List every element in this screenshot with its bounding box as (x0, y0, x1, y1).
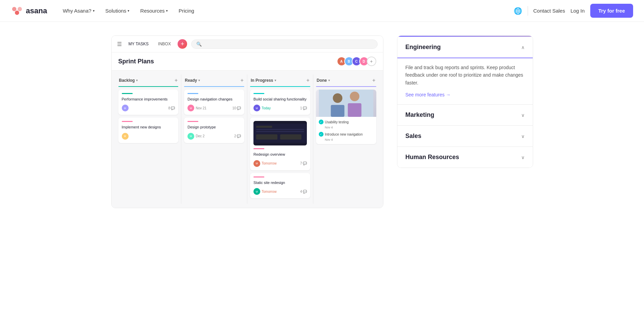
card-comment: 7 💬 (300, 161, 307, 165)
card-date: Today (262, 106, 271, 110)
kanban-col-backlog: Backlog ▾ + Performance improvements U 8 (116, 75, 182, 204)
col-add-ready[interactable]: + (241, 77, 244, 83)
done-title: Usability testing (325, 120, 349, 124)
navbar: asana Why Asana? ▾ Solutions ▾ Resources… (0, 0, 644, 22)
kanban-col-inprogress: In Progress ▾ + Build social sharing fun… (247, 75, 313, 204)
kanban-board: Backlog ▾ + Performance improvements U 8 (112, 71, 383, 208)
logo[interactable]: asana (11, 5, 47, 17)
card-comment: 2 💬 (234, 134, 241, 138)
nav-links: Why Asana? ▾ Solutions ▾ Resources ▾ Pri… (58, 5, 513, 16)
done-date: Nov 4 (325, 138, 374, 141)
accordion-header-hr[interactable]: Human Resources ∨ (397, 147, 533, 168)
col-header-backlog: Backlog ▾ + (118, 77, 179, 83)
col-add-done[interactable]: + (372, 77, 375, 83)
people-image (316, 90, 376, 117)
chevron-down-icon: ▾ (136, 79, 138, 82)
card-date: Tomorrow (262, 190, 277, 193)
try-for-free-button[interactable]: Try for free (590, 4, 633, 18)
search-icon: 🔍 (196, 42, 202, 47)
card-title: Build social sharing functionality (253, 97, 307, 102)
done-date: Nov 4 (325, 126, 374, 129)
card-title: Design prototype (187, 125, 241, 130)
contact-sales-button[interactable]: Contact Sales (533, 8, 565, 14)
svg-rect-4 (256, 126, 272, 128)
svg-rect-6 (256, 131, 304, 132)
accordion-item-marketing: Marketing ∨ (397, 105, 533, 126)
nav-solutions[interactable]: Solutions ▾ (101, 5, 134, 16)
col-header-ready: Ready ▾ + (184, 77, 244, 83)
search-bar[interactable]: 🔍 (191, 40, 377, 49)
card-performance: Performance improvements U 8 💬 (118, 90, 179, 115)
card-accent (122, 93, 133, 94)
see-more-features-link[interactable]: See more features → (406, 92, 525, 97)
card-comment: 8 💬 (168, 106, 175, 110)
accordion-header-sales[interactable]: Sales ∨ (397, 126, 533, 146)
col-divider-inprogress (250, 86, 310, 87)
card-title: Redesign overview (253, 152, 307, 157)
add-member-button[interactable]: + (367, 57, 376, 66)
accordion-body-engineering: File and track bug reports and sprints. … (397, 58, 533, 104)
card-footer: U (122, 133, 175, 140)
accordion-item-hr: Human Resources ∨ (397, 147, 533, 168)
card-comment: 1 💬 (300, 106, 307, 110)
logo-text: asana (26, 6, 47, 15)
card-title: Performance improvements (122, 97, 175, 102)
kanban-col-done: Done ▾ + (313, 75, 379, 204)
nav-resources[interactable]: Resources ▾ (135, 5, 172, 16)
chevron-down-icon: ∨ (521, 134, 525, 139)
check-icon: ✓ (319, 132, 324, 137)
chevron-down-icon: ▾ (198, 79, 200, 82)
main-content: ☰ MY TASKS INBOX + 🔍 Sprint Plans A B C … (84, 22, 560, 222)
accordion-item-engineering: Engineering ∧ File and track bug reports… (397, 36, 533, 105)
card-comment: 4 💬 (300, 190, 307, 193)
accordion-header-engineering[interactable]: Engineering ∧ (397, 37, 533, 58)
card-footer: U Nov 21 10 💬 (187, 105, 241, 111)
card-design-nav: Design navigation changes U Nov 21 10 💬 (184, 90, 244, 115)
svg-point-10 (333, 93, 342, 103)
right-panel: Engineering ∧ File and track bug reports… (397, 35, 533, 208)
accordion-header-marketing[interactable]: Marketing ∨ (397, 105, 533, 125)
card-build-social: Build social sharing functionality U Tod… (250, 90, 310, 115)
nav-why-asana[interactable]: Why Asana? ▾ (58, 5, 99, 16)
col-title-ready: Ready ▾ (185, 78, 200, 83)
my-tasks-tab[interactable]: MY TASKS (126, 40, 151, 48)
card-footer: U Tomorrow 7 💬 (253, 160, 307, 167)
language-select-button[interactable]: 🌐 (514, 7, 522, 15)
hamburger-icon[interactable]: ☰ (117, 41, 122, 47)
col-divider-ready (184, 86, 244, 87)
card-accent (253, 93, 264, 94)
card-accent (253, 148, 264, 149)
asana-app-mockup: ☰ MY TASKS INBOX + 🔍 Sprint Plans A B C … (111, 35, 383, 208)
col-header-inprogress: In Progress ▾ + (250, 77, 310, 83)
done-image-card: ✓ Usability testing Nov 4 ✓ Introduce ne… (316, 90, 376, 144)
avatar-group: A B C D + (337, 57, 376, 66)
col-add-backlog[interactable]: + (175, 77, 178, 83)
nav-right: 🌐 Contact Sales Log In Try for free (514, 4, 633, 18)
accordion-title-hr: Human Resources (406, 154, 459, 161)
accordion: Engineering ∧ File and track bug reports… (397, 35, 533, 168)
card-title: Static site redesign (253, 180, 307, 185)
card-title: Design navigation changes (187, 97, 241, 102)
svg-point-1 (12, 7, 17, 11)
col-add-inprogress[interactable]: + (306, 77, 309, 83)
card-date: Tomorrow (262, 161, 277, 165)
sprint-header: Sprint Plans A B C D + (112, 52, 383, 71)
chevron-up-icon: ∧ (521, 45, 525, 50)
card-accent (187, 121, 198, 122)
card-avatar: U (253, 188, 260, 195)
svg-rect-13 (348, 103, 361, 117)
inbox-tab[interactable]: INBOX (155, 40, 174, 48)
nav-pricing[interactable]: Pricing (174, 5, 199, 16)
col-header-done: Done ▾ + (316, 77, 376, 83)
login-button[interactable]: Log In (571, 8, 585, 14)
card-avatar: U (122, 105, 129, 111)
card-image (253, 121, 307, 145)
accordion-title-marketing: Marketing (406, 111, 434, 119)
mockup-image (253, 121, 307, 145)
col-title-inprogress: In Progress ▾ (251, 78, 276, 83)
card-date: Dec 2 (196, 134, 204, 138)
add-button[interactable]: + (178, 39, 187, 49)
app-bar: ☰ MY TASKS INBOX + 🔍 (112, 36, 383, 52)
card-accent (253, 176, 264, 177)
col-divider-backlog (118, 86, 179, 87)
